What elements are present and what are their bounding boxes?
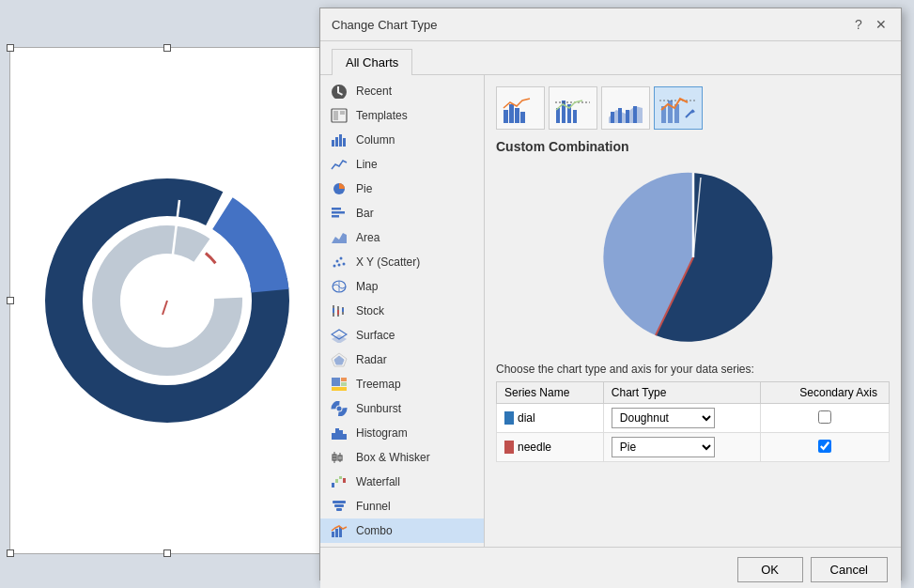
sidebar-item-pie[interactable]: Pie: [320, 177, 484, 201]
secondary-axis-needle-cell: [761, 433, 890, 462]
sidebar-item-map[interactable]: Map: [320, 274, 484, 299]
svg-rect-44: [343, 434, 347, 440]
svg-rect-16: [332, 215, 339, 218]
dialog-footer: OK Cancel: [320, 547, 901, 588]
sidebar-label-templates: Templates: [356, 109, 408, 122]
combo-icon: [330, 523, 349, 538]
line-icon: [330, 157, 349, 172]
scatter-icon: [330, 255, 349, 270]
sidebar-item-line[interactable]: Line: [320, 152, 484, 177]
svg-rect-9: [332, 140, 334, 147]
svg-rect-70: [611, 112, 614, 123]
close-button[interactable]: ✕: [873, 16, 890, 33]
handle-bl[interactable]: [7, 549, 14, 557]
sidebar-item-histogram[interactable]: Histogram: [320, 421, 484, 445]
sidebar-label-combo: Combo: [356, 524, 393, 537]
handle-tm[interactable]: [163, 44, 171, 52]
sidebar-label-surface: Surface: [356, 329, 395, 342]
chart-type-icons: [496, 86, 890, 130]
preview-chart-svg: [599, 168, 787, 347]
sidebar-item-waterfall[interactable]: Waterfall: [320, 470, 484, 494]
sidebar-label-recent: Recent: [356, 85, 392, 98]
sidebar-item-boxwhisker[interactable]: Box & Whisker: [320, 445, 484, 470]
sidebar-item-treemap[interactable]: Treemap: [320, 372, 484, 396]
combo-icon-3[interactable]: [601, 86, 650, 130]
area-icon: [330, 230, 349, 245]
sidebar-label-line: Line: [356, 158, 378, 171]
secondary-axis-needle[interactable]: [818, 440, 831, 453]
ok-button[interactable]: OK: [737, 557, 803, 582]
templates-icon: [330, 108, 349, 123]
sidebar-label-sunburst: Sunburst: [356, 402, 401, 415]
sidebar: Recent Templates Column: [320, 75, 485, 547]
svg-rect-61: [509, 104, 514, 123]
svg-rect-7: [333, 111, 338, 120]
dialog-titlebar: Change Chart Type ? ✕: [320, 8, 901, 41]
sidebar-item-templates[interactable]: Templates: [320, 103, 484, 128]
series-color-needle: [504, 441, 514, 454]
svg-rect-53: [343, 478, 346, 483]
svg-rect-52: [339, 476, 342, 479]
sidebar-item-recent[interactable]: Recent: [320, 79, 484, 103]
svg-point-19: [336, 260, 339, 263]
sidebar-item-stock[interactable]: Stock: [320, 299, 484, 323]
sidebar-item-scatter[interactable]: X Y (Scatter): [320, 250, 484, 274]
charttype-dropdown-dial[interactable]: Doughnut Pie Bar Line Column Area: [612, 408, 715, 428]
svg-rect-38: [332, 387, 347, 391]
svg-rect-57: [332, 532, 334, 537]
cancel-button[interactable]: Cancel: [811, 557, 888, 582]
col-secondary-axis: Secondary Axis: [761, 382, 890, 404]
svg-rect-11: [339, 134, 342, 147]
handle-ml[interactable]: [7, 297, 14, 304]
svg-point-18: [333, 265, 336, 268]
handle-tl[interactable]: [7, 44, 14, 52]
recent-icon: [330, 84, 349, 99]
radar-icon: [330, 352, 349, 367]
sidebar-label-histogram: Histogram: [356, 426, 408, 440]
waterfall-icon: [330, 474, 349, 489]
secondary-axis-dial[interactable]: [818, 410, 831, 424]
svg-rect-73: [633, 106, 637, 123]
sidebar-item-sunburst[interactable]: Sunburst: [320, 396, 484, 421]
sidebar-item-funnel[interactable]: Funnel: [320, 494, 484, 518]
series-color-dial: [504, 411, 514, 425]
svg-rect-43: [339, 430, 343, 440]
svg-rect-63: [520, 112, 525, 123]
combo-icon-1[interactable]: [496, 86, 545, 130]
sidebar-item-area[interactable]: Area: [320, 225, 484, 250]
dialog-content: All Charts Recent Templates: [320, 41, 901, 547]
svg-marker-34: [334, 356, 344, 364]
svg-point-21: [343, 263, 346, 266]
col-series-name: Series Name: [497, 382, 604, 404]
sidebar-item-surface[interactable]: Surface: [320, 323, 484, 348]
svg-rect-26: [333, 308, 334, 313]
help-button[interactable]: ?: [850, 16, 867, 33]
sidebar-item-column[interactable]: Column: [320, 128, 484, 152]
svg-rect-35: [332, 378, 340, 386]
dialog-body: Recent Templates Column: [320, 75, 901, 547]
svg-point-20: [340, 257, 343, 260]
sidebar-item-bar[interactable]: Bar: [320, 201, 484, 225]
sidebar-item-combo[interactable]: Combo: [320, 518, 484, 543]
combo-icon-4[interactable]: [654, 86, 703, 130]
series-name-dial: dial: [497, 404, 604, 433]
svg-rect-72: [626, 110, 629, 123]
svg-rect-58: [335, 529, 338, 537]
svg-rect-56: [336, 508, 342, 511]
svg-rect-41: [332, 433, 335, 440]
sidebar-label-column: Column: [356, 133, 395, 147]
choose-label: Choose the chart type and axis for your …: [496, 363, 890, 376]
sidebar-label-radar: Radar: [356, 353, 387, 366]
sidebar-item-radar[interactable]: Radar: [320, 348, 484, 372]
svg-rect-15: [332, 211, 345, 214]
pie-icon: [330, 181, 349, 196]
svg-rect-50: [332, 483, 334, 487]
svg-rect-8: [340, 111, 345, 115]
svg-rect-30: [342, 308, 344, 312]
handle-bm[interactable]: [163, 549, 171, 557]
combo-icon-2[interactable]: [549, 86, 597, 130]
change-chart-type-dialog: Change Chart Type ? ✕ All Charts Recent: [319, 8, 902, 580]
tab-all-charts[interactable]: All Charts: [332, 49, 412, 75]
series-table: Series Name Chart Type Secondary Axis: [496, 381, 890, 462]
charttype-dropdown-needle[interactable]: Pie Doughnut Bar Line Column Area: [612, 437, 715, 457]
